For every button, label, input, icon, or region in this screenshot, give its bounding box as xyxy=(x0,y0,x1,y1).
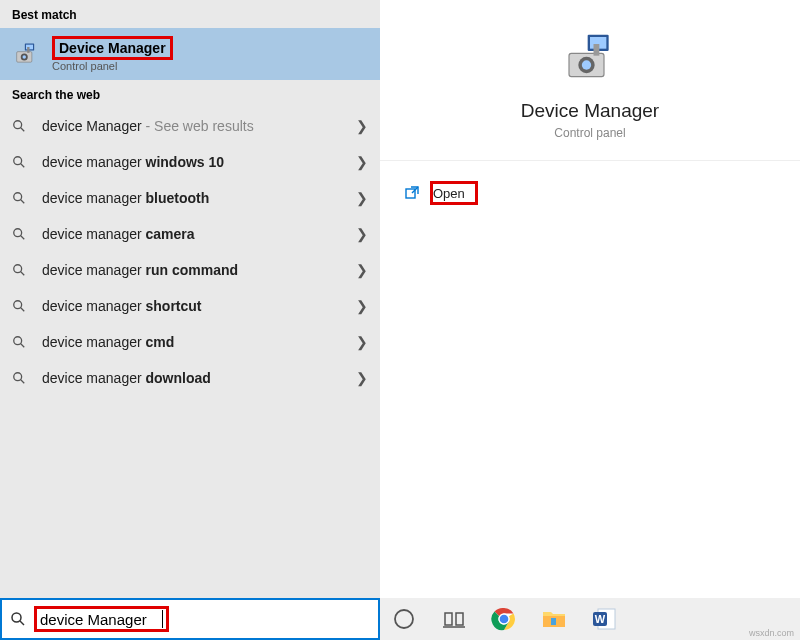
web-result-label: device manager bluetooth xyxy=(42,190,356,206)
svg-point-20 xyxy=(14,373,22,381)
search-icon xyxy=(12,191,28,205)
detail-subtitle: Control panel xyxy=(380,126,800,140)
search-icon xyxy=(12,119,28,133)
svg-point-14 xyxy=(14,265,22,273)
svg-rect-32 xyxy=(445,613,452,625)
svg-line-11 xyxy=(21,200,25,204)
web-result-label: device manager download xyxy=(42,370,356,386)
chevron-right-icon: ❯ xyxy=(356,334,368,350)
chevron-right-icon: ❯ xyxy=(356,190,368,206)
web-result-item[interactable]: device manager download❯ xyxy=(0,360,380,396)
chevron-right-icon: ❯ xyxy=(356,370,368,386)
svg-point-4 xyxy=(23,55,27,58)
open-action[interactable]: Open xyxy=(400,175,780,211)
web-result-item[interactable]: device manager shortcut❯ xyxy=(0,288,380,324)
web-results-list: device Manager - See web results❯device … xyxy=(0,108,380,598)
web-result-label: device manager cmd xyxy=(42,334,356,350)
search-icon xyxy=(10,611,26,627)
web-result-item[interactable]: device Manager - See web results❯ xyxy=(0,108,380,144)
open-icon xyxy=(404,185,420,201)
search-icon xyxy=(12,227,28,241)
svg-rect-28 xyxy=(406,189,415,198)
svg-line-13 xyxy=(21,236,25,240)
best-match-subtitle: Control panel xyxy=(52,60,173,72)
web-result-label: device Manager - See web results xyxy=(42,118,356,134)
file-explorer-icon[interactable] xyxy=(540,605,568,633)
text-caret xyxy=(162,610,163,628)
chevron-right-icon: ❯ xyxy=(356,154,368,170)
svg-point-10 xyxy=(14,193,22,201)
chevron-right-icon: ❯ xyxy=(356,298,368,314)
svg-rect-27 xyxy=(594,44,600,56)
svg-point-12 xyxy=(14,229,22,237)
taskbar: W xyxy=(380,598,800,640)
web-result-item[interactable]: device manager windows 10❯ xyxy=(0,144,380,180)
svg-point-31 xyxy=(395,610,413,628)
web-result-label: device manager shortcut xyxy=(42,298,356,314)
cortana-icon[interactable] xyxy=(390,605,418,633)
svg-line-21 xyxy=(21,380,25,384)
svg-line-17 xyxy=(21,308,25,312)
open-label: Open xyxy=(433,186,465,201)
highlight-box-open: Open xyxy=(430,181,478,205)
web-result-label: device manager run command xyxy=(42,262,356,278)
svg-line-15 xyxy=(21,272,25,276)
search-icon xyxy=(12,371,28,385)
watermark: wsxdn.com xyxy=(749,628,794,638)
search-bar[interactable] xyxy=(0,598,380,640)
best-match-item[interactable]: Device Manager Control panel xyxy=(0,28,380,80)
device-manager-icon xyxy=(562,30,618,86)
chevron-right-icon: ❯ xyxy=(356,262,368,278)
svg-point-18 xyxy=(14,337,22,345)
svg-point-8 xyxy=(14,157,22,165)
search-icon xyxy=(12,335,28,349)
web-result-label: device manager camera xyxy=(42,226,356,242)
web-result-item[interactable]: device manager run command❯ xyxy=(0,252,380,288)
web-result-item[interactable]: device manager bluetooth❯ xyxy=(0,180,380,216)
search-icon xyxy=(12,263,28,277)
svg-rect-33 xyxy=(456,613,463,625)
web-result-item[interactable]: device manager camera❯ xyxy=(0,216,380,252)
best-match-title: Device Manager xyxy=(59,40,166,56)
svg-line-19 xyxy=(21,344,25,348)
search-results-panel: Best match Device Manager Control panel … xyxy=(0,0,380,598)
highlight-box-title: Device Manager xyxy=(52,36,173,60)
svg-text:W: W xyxy=(595,613,606,625)
word-icon[interactable]: W xyxy=(590,605,618,633)
web-result-item[interactable]: device manager cmd❯ xyxy=(0,324,380,360)
detail-panel: Device Manager Control panel Open xyxy=(380,0,800,598)
search-web-header: Search the web xyxy=(0,80,380,108)
device-manager-icon xyxy=(12,40,40,68)
search-input[interactable] xyxy=(40,611,160,628)
svg-line-9 xyxy=(21,164,25,168)
search-icon xyxy=(12,155,28,169)
search-icon xyxy=(12,299,28,313)
svg-rect-5 xyxy=(27,47,29,53)
svg-line-7 xyxy=(21,128,25,132)
svg-point-26 xyxy=(582,60,591,69)
svg-point-16 xyxy=(14,301,22,309)
svg-rect-39 xyxy=(551,618,556,625)
svg-point-29 xyxy=(12,613,21,622)
best-match-header: Best match xyxy=(0,0,380,28)
web-result-label: device manager windows 10 xyxy=(42,154,356,170)
chrome-icon[interactable] xyxy=(490,605,518,633)
highlight-box-search xyxy=(34,606,169,632)
task-view-icon[interactable] xyxy=(440,605,468,633)
chevron-right-icon: ❯ xyxy=(356,226,368,242)
chevron-right-icon: ❯ xyxy=(356,118,368,134)
detail-title: Device Manager xyxy=(380,100,800,122)
svg-line-30 xyxy=(20,621,24,625)
svg-point-6 xyxy=(14,121,22,129)
